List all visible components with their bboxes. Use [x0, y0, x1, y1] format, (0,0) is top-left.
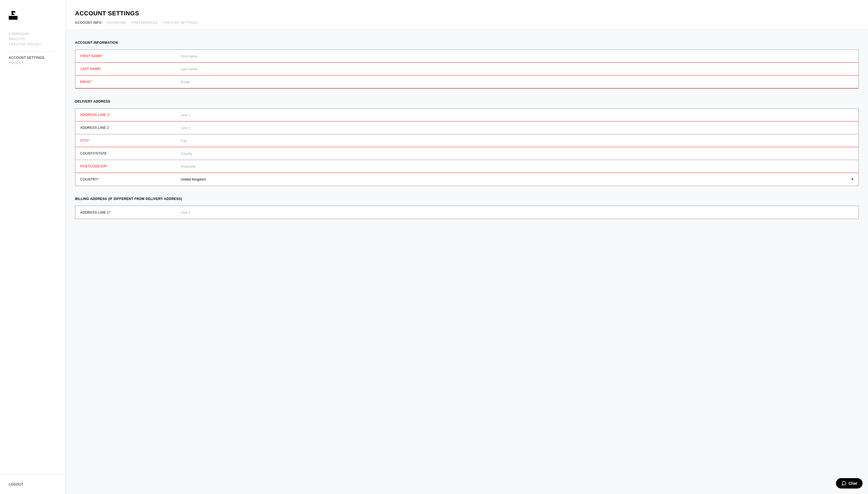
tabs: ACCOUNT INFO PASSWORD PREFERENCES CREATO… — [75, 21, 859, 30]
tab-password[interactable]: PASSWORD — [107, 21, 127, 30]
input-email[interactable] — [181, 76, 858, 88]
main: ACCOUNT SETTINGS ACCOUNT INFO PASSWORD P… — [66, 0, 868, 494]
input-delivery-city[interactable] — [181, 134, 858, 147]
field-delivery-city: CITY* — [75, 134, 858, 147]
input-first-name[interactable] — [181, 50, 858, 62]
label-delivery-postcode: POSTCODE/ZIP* — [75, 165, 181, 168]
tab-preferences[interactable]: PREFERENCES — [131, 21, 158, 30]
field-delivery-line2: ADDRESS LINE 2 — [75, 121, 858, 134]
field-email: EMAIL* — [75, 76, 858, 88]
form-group-billing: ADDRESS LINE 1* — [75, 206, 859, 219]
form-group-delivery: ADDRESS LINE 1* ADDRESS LINE 2 CITY* COU… — [75, 108, 859, 186]
sidebar-item-creator-toolkit[interactable]: CREATOR TOOLKIT — [9, 42, 57, 47]
field-first-name: FIRST NAME* — [75, 50, 858, 63]
tab-creator-settings[interactable]: CREATOR SETTINGS — [163, 21, 198, 30]
input-billing-line1[interactable] — [181, 206, 858, 219]
input-delivery-line1[interactable] — [181, 109, 858, 121]
sidebar-item-account-settings[interactable]: ACCOUNT SETTINGS — [9, 55, 57, 60]
chat-widget[interactable]: Chat — [836, 478, 863, 489]
field-delivery-line1: ADDRESS LINE 1* — [75, 109, 858, 121]
label-first-name: FIRST NAME* — [75, 54, 181, 58]
field-delivery-county: COUNTY/STATE — [75, 147, 858, 160]
label-delivery-county: COUNTY/STATE — [75, 152, 181, 155]
input-last-name[interactable] — [181, 63, 858, 75]
field-delivery-country: COUNTRY* United Kingdom — [75, 173, 858, 186]
section-title-account: ACCOUNT INFORMATION — [75, 41, 859, 44]
label-email: EMAIL* — [75, 80, 181, 84]
label-delivery-line1: ADDRESS LINE 1* — [75, 113, 181, 117]
label-delivery-country: COUNTRY* — [75, 177, 181, 182]
label-delivery-city: CITY* — [75, 139, 181, 142]
field-delivery-postcode: POSTCODE/ZIP* — [75, 160, 858, 173]
content: ACCOUNT INFORMATION FIRST NAME* LAST NAM… — [66, 30, 868, 494]
svg-rect-0 — [9, 16, 18, 20]
sidebar-item-campaigns[interactable]: CAMPAIGNS — [9, 32, 57, 37]
form-group-account: FIRST NAME* LAST NAME* EMAIL* — [75, 50, 859, 89]
field-billing-line1: ADDRESS LINE 1* — [75, 206, 858, 219]
label-billing-line1: ADDRESS LINE 1* — [75, 211, 181, 214]
logout-button[interactable]: LOGOUT — [9, 482, 23, 486]
chat-bubble-icon — [842, 481, 846, 486]
select-delivery-country[interactable]: United Kingdom — [181, 177, 858, 182]
chat-label: Chat — [849, 481, 857, 486]
input-delivery-postcode[interactable] — [181, 160, 858, 173]
tab-account-info[interactable]: ACCOUNT INFO — [75, 21, 102, 30]
sidebar-item-payouts[interactable]: PAYOUTS — [9, 37, 57, 42]
label-delivery-line2: ADDRESS LINE 2 — [75, 126, 181, 130]
svg-rect-3 — [12, 14, 14, 15]
logo[interactable] — [9, 11, 57, 20]
page-title: ACCOUNT SETTINGS — [75, 10, 859, 17]
input-delivery-county[interactable] — [181, 147, 858, 160]
section-title-delivery: DELIVERY ADDRESS — [75, 99, 859, 103]
nav-divider — [9, 52, 57, 52]
section-title-billing: BILLING ADDRESS (IF DIFFERENT FROM DELIV… — [75, 197, 859, 201]
sidebar-item-orders[interactable]: ORDERS — [9, 60, 57, 65]
chevron-down-icon — [851, 178, 853, 180]
select-value-country: United Kingdom — [181, 177, 206, 182]
header: ACCOUNT SETTINGS ACCOUNT INFO PASSWORD P… — [66, 0, 868, 30]
label-last-name: LAST NAME* — [75, 67, 181, 71]
input-delivery-line2[interactable] — [181, 121, 858, 134]
field-last-name: LAST NAME* — [75, 63, 858, 76]
sidebar: CAMPAIGNS PAYOUTS CREATOR TOOLKIT ACCOUN… — [0, 0, 66, 494]
